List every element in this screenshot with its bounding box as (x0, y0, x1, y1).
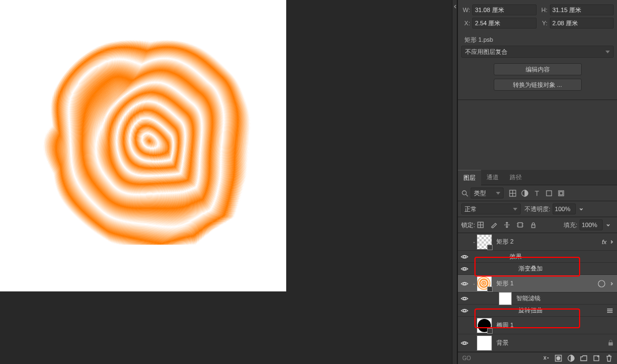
layer-ellipse1[interactable]: 椭圆 1 (458, 317, 617, 334)
blend-mode-combo[interactable]: 正常 (461, 203, 521, 214)
smart-object-icon (598, 280, 605, 288)
layer-name[interactable]: 椭圆 1 (496, 321, 617, 329)
tab-paths[interactable]: 路径 (504, 170, 527, 185)
layer-effect-gradient-overlay[interactable]: 渐变叠加 (458, 263, 617, 275)
mask-icon[interactable] (555, 355, 562, 362)
layer-thumbnail[interactable] (477, 234, 492, 250)
layer-name[interactable]: 矩形 2 (496, 238, 602, 246)
fill-field[interactable]: 100% (580, 219, 603, 230)
right-panel: W: H: X: Y: 矩形 1.psb 不应用图层复合 编辑内容 转换为链接对… (457, 0, 617, 364)
svg-rect-8 (518, 223, 522, 227)
width-field[interactable] (472, 4, 537, 15)
gradient-overlay-label: 渐变叠加 (471, 264, 543, 273)
smart-filter-mask-thumbnail[interactable] (499, 292, 512, 305)
layers-list[interactable]: ⌄ 矩形 2 fx 效果 渐变叠加 ⌄ 矩形 1 智能滤镜 (458, 233, 617, 352)
fx-menu-icon[interactable] (542, 355, 549, 362)
lock-icon (608, 340, 614, 346)
svg-point-14 (463, 297, 466, 300)
layer-thumbnail[interactable] (477, 335, 492, 351)
twirl-label: 旋转扭曲 (471, 306, 543, 315)
h-label: H: (539, 7, 548, 13)
opacity-label: 不透明度: (525, 205, 550, 213)
layer-filter-row: 类型 (458, 185, 617, 201)
filter-options-icon[interactable] (606, 307, 614, 315)
fx-chevron-icon[interactable] (608, 239, 615, 245)
edit-contents-button[interactable]: 编辑内容 (494, 63, 582, 75)
y-field[interactable] (550, 18, 614, 29)
svg-point-0 (37, 29, 249, 240)
link-layers-icon[interactable]: GO (462, 355, 471, 361)
smart-object-filename: 矩形 1.psb (461, 31, 614, 46)
height-field[interactable] (550, 4, 614, 15)
panel-gap (458, 100, 617, 170)
svg-rect-6 (560, 191, 563, 195)
fill-chevron-icon[interactable] (605, 222, 611, 228)
adjustment-icon[interactable] (567, 355, 575, 362)
fx-badge[interactable]: fx (602, 239, 607, 245)
layer-comp-combo[interactable]: 不应用图层复合 (461, 46, 614, 58)
smart-filter-twirl[interactable]: 旋转扭曲 (458, 305, 617, 317)
opacity-field[interactable]: 100% (553, 203, 576, 214)
tab-layers[interactable]: 图层 (458, 170, 481, 185)
spiral-artwork (33, 25, 253, 245)
lock-all-icon[interactable] (530, 222, 537, 228)
opacity-chevron-icon[interactable] (578, 206, 585, 212)
group-icon[interactable] (580, 355, 587, 362)
layers-panel-tabs: 图层 通道 路径 (458, 170, 617, 185)
svg-rect-9 (532, 225, 535, 228)
visibility-toggle[interactable] (458, 280, 471, 288)
visibility-toggle[interactable] (458, 307, 471, 315)
lock-artboard-icon[interactable] (517, 222, 523, 228)
artboard (0, 0, 286, 291)
svg-point-16 (463, 342, 466, 344)
layer-rect2[interactable]: ⌄ 矩形 2 fx (458, 233, 617, 251)
expand-chevron-icon[interactable]: ⌄ (471, 239, 477, 244)
layer-background[interactable]: 背景 (458, 334, 617, 352)
expand-chevron-icon[interactable]: ⌄ (471, 281, 477, 286)
svg-point-12 (463, 283, 466, 285)
svg-point-11 (463, 268, 466, 270)
panel-collapse-bar[interactable] (452, 0, 457, 364)
canvas-area[interactable] (0, 0, 452, 364)
expand-icon[interactable] (608, 280, 615, 287)
lock-transparent-icon[interactable] (477, 222, 484, 228)
adjust-filter-icon[interactable] (521, 190, 528, 197)
tab-channels[interactable]: 通道 (481, 170, 504, 185)
w-label: W: (461, 7, 470, 13)
visibility-toggle[interactable] (458, 265, 471, 273)
blend-opacity-row: 正常 不透明度: 100% (458, 201, 617, 217)
layer-thumbnail[interactable] (477, 318, 492, 333)
properties-section: W: H: X: Y: 矩形 1.psb 不应用图层复合 编辑内容 转换为链接对… (458, 0, 617, 100)
visibility-toggle[interactable] (458, 253, 471, 261)
svg-point-15 (463, 310, 466, 312)
visibility-toggle[interactable] (458, 339, 471, 347)
layer-effects-header[interactable]: 效果 (458, 251, 617, 263)
lock-brush-icon[interactable] (490, 222, 497, 228)
layer-thumbnail[interactable] (477, 276, 492, 291)
pixel-filter-icon[interactable] (509, 190, 516, 197)
lock-move-icon[interactable] (504, 222, 510, 228)
type-filter-icon[interactable] (533, 190, 540, 197)
layer-rect1[interactable]: ⌄ 矩形 1 (458, 275, 617, 293)
visibility-toggle[interactable] (458, 295, 471, 302)
filter-kind-combo[interactable]: 类型 (471, 187, 504, 198)
svg-point-19 (557, 357, 560, 360)
layers-footer: GO (458, 352, 617, 364)
svg-point-10 (463, 256, 466, 258)
fill-label: 填充: (564, 221, 577, 229)
layer-name[interactable]: 背景 (496, 339, 608, 347)
smart-filter-icon[interactable] (558, 190, 565, 197)
effects-label: 效果 (471, 252, 522, 261)
convert-to-link-button[interactable]: 转换为链接对象 ... (494, 79, 582, 91)
x-label: X: (461, 20, 470, 26)
x-field[interactable] (472, 18, 537, 29)
delete-icon[interactable] (605, 355, 613, 362)
layer-name[interactable]: 矩形 1 (496, 279, 598, 288)
lock-fill-row: 锁定: 填充: 100% (458, 217, 617, 233)
svg-rect-17 (609, 343, 613, 345)
svg-point-13 (598, 280, 605, 287)
smart-filters-row[interactable]: 智能滤镜 (458, 293, 617, 305)
chevron-left-icon (453, 3, 457, 10)
new-layer-icon[interactable] (593, 355, 600, 362)
shape-filter-icon[interactable] (545, 190, 553, 197)
